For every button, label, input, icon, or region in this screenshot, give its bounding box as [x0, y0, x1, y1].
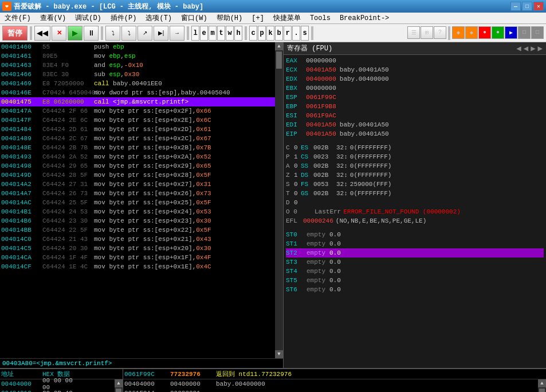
mem-left-vscroll[interactable]: ▲ ▼ [115, 379, 123, 392]
btn-h[interactable]: h [234, 26, 242, 41]
disasm-row[interactable]: 00401489 C64424 2C 67 mov byte ptr ss:[e… [0, 134, 275, 143]
close-button[interactable]: ✕ [533, 2, 544, 11]
run-to-line-button[interactable]: → [170, 26, 184, 41]
btn-l[interactable]: l [191, 26, 199, 41]
mem-right-row[interactable]: 0061F9A4 00000001 [123, 389, 538, 392]
run-to-sel-button[interactable]: ▶| [154, 26, 168, 41]
disasm-row[interactable]: 0040146E C70424 64500400 mov dword ptr s… [0, 88, 275, 97]
scroll-track[interactable] [115, 387, 123, 392]
disasm-row[interactable]: 004014B1 C64424 24 53 mov byte ptr ss:[e… [0, 207, 275, 216]
disasm-row[interactable]: 00401466 83EC 30 sub esp,0x30 [0, 70, 275, 79]
help-icon[interactable]: ? [434, 26, 446, 39]
stop-button[interactable]: 暂停 [2, 26, 28, 41]
icon-gray1[interactable]: □ [518, 26, 531, 39]
mem-right-row[interactable]: 00404000 00400000 baby.00400000 [123, 379, 538, 389]
menu-item-h[interactable]: 帮助(H) [212, 13, 248, 23]
disasm-row[interactable]: 0040149D C64424 28 5F mov byte ptr ss:[e… [0, 171, 275, 180]
disasm-row[interactable]: 0040147A C64424 2F 66 mov byte ptr ss:[e… [0, 106, 275, 116]
disasm-vscroll[interactable]: ▲ ▼ [275, 42, 283, 358]
menu-item-[interactable]: [+] [247, 13, 269, 23]
btn-c[interactable]: c [249, 26, 257, 41]
btn-dot[interactable]: . [292, 26, 300, 41]
btn-e[interactable]: e [200, 26, 208, 41]
step-out-button[interactable]: ↗ [138, 26, 152, 41]
btn-p[interactable]: p [258, 26, 266, 41]
fpu-st5: ST5 empty 0.0 [286, 276, 544, 285]
memory-right-content: 00404000 00400000 baby.00400000 0061F9A4… [123, 379, 546, 392]
disasm-row-selected[interactable]: 00401475 E8 06260000 call <jmp.&msvcrt.p… [0, 97, 275, 106]
disasm-row[interactable]: 004014C5 C64424 20 30 mov byte ptr ss:[e… [0, 244, 275, 253]
icon-orange1[interactable]: ◆ [452, 26, 465, 39]
toolbar-separator [30, 26, 32, 40]
step-into-button[interactable]: ⤵ [105, 26, 120, 41]
icon-gray2[interactable]: □ [531, 26, 544, 39]
maximize-button[interactable]: □ [522, 2, 532, 11]
disasm-row[interactable]: 004014AC C64424 25 5F mov byte ptr ss:[e… [0, 198, 275, 207]
title-bar: ❤ 吾爱破解 - baby.exe - [LCG - 主线程, 模块 - bab… [0, 0, 546, 13]
disasm-row[interactable]: 00401460 55 push ebp [0, 42, 275, 52]
mem-row[interactable]: 00404000 00 00 00 00 [0, 379, 115, 389]
arrow-right1[interactable]: ▶ [531, 43, 535, 53]
run-button[interactable]: ▶ [68, 26, 83, 41]
mem-right-vscroll[interactable]: ▲ ▼ [538, 379, 546, 392]
disasm-row[interactable]: 004014CA C64424 1F 4F mov byte ptr ss:[e… [0, 253, 275, 262]
btn-r[interactable]: r [284, 26, 292, 41]
arrow-left2[interactable]: ◀ [524, 43, 528, 53]
menu-item-tools[interactable]: Tools [305, 13, 335, 23]
disasm-row[interactable]: 0040147F C64424 2E 6C mov byte ptr ss:[e… [0, 116, 275, 125]
scroll-thumb [276, 52, 282, 69]
scroll-track[interactable] [275, 50, 283, 350]
close-proc-button[interactable]: ✕ [52, 26, 66, 41]
disasm-row[interactable]: 004014A7 C64424 26 73 mov byte ptr ss:[e… [0, 189, 275, 198]
menu-item-d[interactable]: 调试(D) [70, 13, 106, 23]
disasm-row[interactable]: 004014B6 C64424 23 30 mov byte ptr ss:[e… [0, 216, 275, 225]
menu-item-[interactable]: 快捷菜单 [269, 13, 305, 23]
disassembly-panel: 00401460 55 push ebp 00401461 89E5 mov e… [0, 42, 284, 368]
menu-item-t[interactable]: 选项(T) [141, 13, 176, 23]
arrow-left1[interactable]: ◀ [516, 43, 521, 53]
list-icon[interactable]: ☰ [407, 26, 420, 39]
btn-m[interactable]: m [209, 26, 217, 41]
disasm-row[interactable]: 00401469 E8 72050000 call baby.00401EE0 [0, 79, 275, 88]
scroll-up-btn[interactable]: ▲ [538, 379, 546, 387]
grid-icon[interactable]: ⊞ [421, 26, 433, 39]
menu-item-v[interactable]: 查看(V) [36, 13, 71, 23]
minimize-button[interactable]: — [510, 2, 521, 11]
disasm-row[interactable]: 004014CF C64424 1E 4C mov byte ptr ss:[e… [0, 262, 275, 271]
disasm-row[interactable]: 00401498 C64424 29 65 mov byte ptr ss:[e… [0, 161, 275, 171]
disasm-row[interactable]: 00401461 89E5 mov ebp,esp [0, 52, 275, 61]
disasm-row[interactable]: 004014A2 C64424 27 31 mov byte ptr ss:[e… [0, 180, 275, 189]
step-over-button[interactable]: ⤵ [121, 26, 136, 41]
menu-item-p[interactable]: 插件(P) [106, 13, 142, 23]
scroll-up-btn[interactable]: ▲ [275, 42, 283, 50]
icon-green[interactable]: ● [492, 26, 504, 39]
btn-t[interactable]: t [217, 26, 225, 41]
main-area: 00401460 55 push ebp 00401461 89E5 mov e… [0, 42, 546, 368]
pause-button[interactable]: ⏸ [84, 26, 99, 41]
disasm-row[interactable]: 00401493 C64424 2A 52 mov byte ptr ss:[e… [0, 152, 275, 161]
flag-s: S 0 FS 0053 32↕ 259000(FFF) [286, 180, 544, 189]
btn-k[interactable]: k [266, 26, 274, 41]
menu-item-w[interactable]: 窗口(W) [176, 13, 212, 23]
btn-w[interactable]: w [226, 26, 234, 41]
disasm-row[interactable]: 004014BB C64424 22 5F mov byte ptr ss:[e… [0, 225, 275, 235]
icon-orange2[interactable]: ◆ [465, 26, 478, 39]
icon-red[interactable]: ● [478, 26, 491, 39]
arrow-right2[interactable]: ▶ [538, 43, 543, 53]
btn-s[interactable]: s [301, 26, 309, 41]
disasm-row[interactable]: 00401463 83E4 F0 and esp,-0x10 [0, 61, 275, 70]
restart-button[interactable]: ◀◀ [34, 26, 50, 41]
scroll-down-btn[interactable]: ▼ [275, 350, 283, 358]
letter-buttons: l e m t w h [191, 26, 242, 41]
icon-blue[interactable]: ▶ [505, 26, 517, 39]
disasm-row[interactable]: 0040148E C64424 2B 7B mov byte ptr ss:[e… [0, 143, 275, 152]
menu-item-breakpoint[interactable]: BreakPoint-> [335, 13, 394, 23]
scroll-track[interactable] [538, 387, 546, 392]
scroll-up-btn[interactable]: ▲ [115, 379, 123, 387]
letter-buttons2: c p k b r . s [249, 26, 309, 41]
memory-right-panel: 0061F99C 77232976 返回到 ntd11.77232976 004… [123, 369, 546, 392]
disasm-row[interactable]: 004014C0 C64424 21 43 mov byte ptr ss:[e… [0, 235, 275, 244]
menu-item-f[interactable]: 文件(F) [0, 13, 36, 23]
disasm-row[interactable]: 00401484 C64424 2D 61 mov byte ptr ss:[e… [0, 125, 275, 134]
btn-b[interactable]: b [275, 26, 283, 41]
